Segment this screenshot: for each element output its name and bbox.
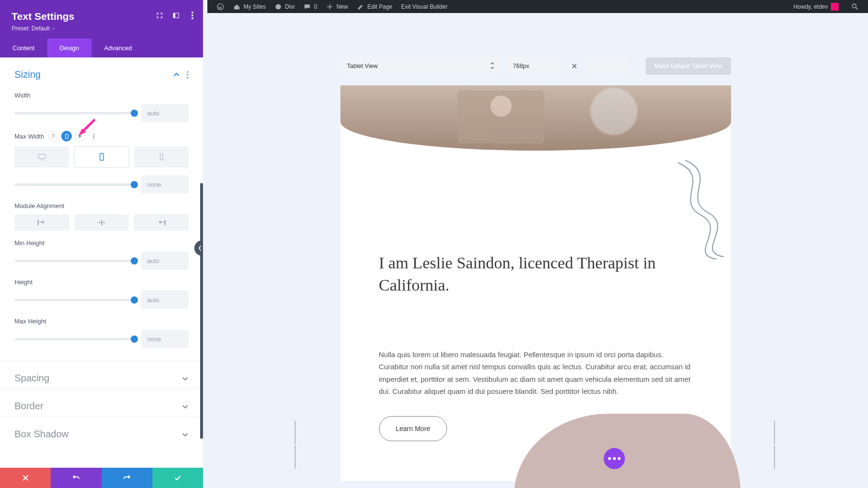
- slider-knob[interactable]: [131, 296, 138, 304]
- max-width-slider[interactable]: [14, 183, 135, 186]
- section-more-button[interactable]: [187, 71, 189, 79]
- responsive-toggle[interactable]: [61, 131, 72, 141]
- height-control: Height auto: [14, 279, 189, 309]
- viewport-width-input[interactable]: 768px: [506, 57, 560, 75]
- panel-body: Sizing Width auto Max Width ?: [0, 57, 203, 468]
- max-width-helpers: ?: [48, 131, 99, 141]
- panel-footer: [0, 468, 203, 488]
- responsive-toolbar: Tablet View 768px Make Default Tablet Vi…: [340, 57, 731, 75]
- wp-logo[interactable]: [212, 0, 229, 13]
- decorative-bars-left: [295, 421, 298, 444]
- min-height-input[interactable]: auto: [141, 251, 189, 270]
- redo-button[interactable]: [102, 468, 152, 488]
- align-center-button[interactable]: [74, 214, 129, 231]
- section-sizing-header[interactable]: Sizing: [14, 66, 189, 83]
- comments-count: 0: [314, 3, 317, 10]
- new-link[interactable]: New: [322, 0, 353, 13]
- svg-rect-11: [66, 134, 68, 138]
- tab-content[interactable]: Content: [0, 39, 47, 57]
- align-right-icon: [157, 220, 165, 225]
- kebab-icon: [91, 134, 96, 139]
- svg-rect-19: [38, 220, 39, 225]
- tab-design[interactable]: Design: [47, 39, 92, 57]
- module-actions-fab[interactable]: [604, 448, 625, 469]
- svg-rect-20: [101, 220, 102, 225]
- help-button[interactable]: ?: [48, 131, 58, 141]
- undo-icon: [72, 474, 80, 482]
- max-width-control: Max Width ? none: [14, 131, 189, 194]
- expand-button[interactable]: [156, 12, 163, 21]
- width-slider[interactable]: [14, 112, 135, 114]
- panel-tabs: Content Design Advanced: [0, 39, 203, 57]
- align-right-button[interactable]: [134, 214, 189, 231]
- view-select[interactable]: Tablet View: [340, 57, 500, 75]
- max-height-control: Max Height none: [14, 318, 189, 359]
- height-slider[interactable]: [14, 299, 135, 301]
- section-spacing-header[interactable]: Spacing: [14, 370, 189, 387]
- width-control: Width auto: [14, 92, 189, 122]
- svg-rect-18: [160, 154, 163, 160]
- slider-knob[interactable]: [131, 257, 138, 265]
- module-alignment-label: Module Alignment: [14, 202, 189, 209]
- width-value: auto: [147, 110, 159, 117]
- make-default-view-button[interactable]: Make Default Tablet View: [646, 57, 731, 75]
- max-height-slider[interactable]: [14, 338, 135, 340]
- svg-point-17: [101, 159, 102, 160]
- min-height-slider[interactable]: [14, 260, 135, 262]
- decorative-bars-right: [774, 421, 777, 444]
- sidebar-icon: [172, 12, 180, 19]
- edit-page-link[interactable]: Edit Page: [353, 0, 397, 13]
- hero-people-placeholder: [458, 90, 544, 143]
- max-width-input[interactable]: none: [141, 175, 189, 194]
- desktop-icon: [38, 153, 46, 161]
- exit-vb-link[interactable]: Exit Visual Builder: [397, 0, 452, 13]
- caret-down-icon: [52, 27, 55, 30]
- section-box-shadow-header[interactable]: Box Shadow: [14, 426, 189, 443]
- viewport-width-value: 768px: [513, 63, 529, 70]
- divi-link[interactable]: Divi: [270, 0, 299, 13]
- svg-point-8: [187, 71, 188, 72]
- slider-knob[interactable]: [131, 335, 138, 343]
- svg-rect-15: [38, 154, 45, 159]
- hover-toggle[interactable]: [75, 131, 85, 141]
- section-border-header[interactable]: Border: [14, 398, 189, 415]
- expand-icon: [156, 12, 163, 19]
- preset-selector[interactable]: Preset: Default: [12, 25, 191, 32]
- slider-knob[interactable]: [131, 110, 138, 117]
- viewport-width-secondary[interactable]: [588, 57, 627, 75]
- clear-width-button[interactable]: [567, 57, 582, 75]
- max-width-label: Max Width: [14, 133, 44, 140]
- device-phone-tab[interactable]: [134, 146, 189, 167]
- panel-more-button[interactable]: [189, 12, 196, 21]
- preview-canvas: Tablet View 768px Make Default Tablet Vi…: [203, 13, 868, 488]
- svg-point-2: [852, 4, 856, 8]
- align-left-button[interactable]: [14, 214, 69, 231]
- comments-link[interactable]: 0: [299, 0, 322, 13]
- my-sites-link[interactable]: My Sites: [229, 0, 270, 13]
- device-tablet-tab[interactable]: [74, 146, 129, 167]
- undo-button[interactable]: [51, 468, 101, 488]
- chevron-down-icon: [182, 375, 189, 382]
- max-height-input[interactable]: none: [141, 330, 189, 348]
- device-desktop-tab[interactable]: [14, 146, 69, 167]
- comment-icon: [303, 3, 311, 11]
- search-toggle[interactable]: [847, 3, 863, 11]
- section-border-title: Border: [14, 401, 43, 412]
- discard-button[interactable]: [0, 468, 51, 488]
- tab-advanced[interactable]: Advanced: [92, 39, 145, 57]
- width-input[interactable]: auto: [141, 104, 189, 122]
- howdy-user[interactable]: Howdy, etdev: [789, 3, 843, 11]
- align-left-icon: [38, 220, 46, 225]
- section-sizing: Sizing Width auto Max Width ?: [0, 57, 203, 361]
- height-input[interactable]: auto: [141, 291, 189, 309]
- option-more-button[interactable]: [88, 131, 99, 141]
- learn-more-label: Learn More: [396, 425, 431, 432]
- svg-rect-4: [173, 13, 175, 18]
- learn-more-button[interactable]: Learn More: [379, 416, 448, 441]
- slider-knob[interactable]: [131, 181, 138, 188]
- dock-button[interactable]: [172, 12, 180, 21]
- save-button[interactable]: [152, 468, 203, 488]
- howdy-label: Howdy, etdev: [793, 3, 828, 10]
- svg-point-6: [191, 14, 193, 16]
- wp-admin-bar: My Sites Divi 0 New Edit Page Exit Visua…: [207, 0, 868, 13]
